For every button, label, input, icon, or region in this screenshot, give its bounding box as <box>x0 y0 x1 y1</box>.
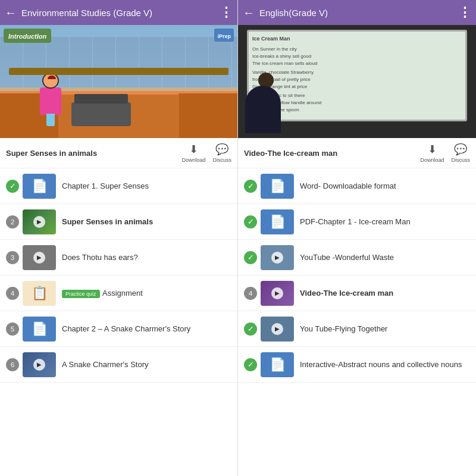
item-text-area: Interactive-Abstract nouns and collectiv… <box>300 359 470 370</box>
list-item[interactable]: ✓ ▶ YouTube -Wonderful Waste <box>238 240 476 275</box>
video-thumb: ▶ <box>23 352 56 377</box>
right-header-title: English(Grade V) <box>259 8 458 18</box>
right-video-banner[interactable]: Ice Cream Man On Sunner in the city Ice-… <box>238 25 476 138</box>
item-title: A Snake Charmer's Story <box>62 360 149 369</box>
item-number: 4 <box>6 287 19 300</box>
item-text-area: Does Thotu has ears? <box>62 252 231 263</box>
item-title: Chapter 1. Super Senses <box>62 181 149 190</box>
item-text-area: Chapter 2 – A Snake Charmer's Story <box>62 323 231 334</box>
list-item[interactable]: 2 ▶ Super Senses in animals <box>0 204 237 240</box>
item-title: YouTube -Wonderful Waste <box>300 253 394 262</box>
doc-icon: 📄 <box>32 321 48 337</box>
item-check-icon: ✓ <box>6 180 19 193</box>
item-text-area: PDF-Chapter 1 - Ice-cream Man <box>300 216 470 227</box>
item-title: Does Thotu has ears? <box>62 253 138 262</box>
item-thumbnail: 📄 <box>261 352 294 377</box>
item-thumbnail: ▶ <box>261 317 294 342</box>
left-back-button[interactable]: ← <box>5 6 17 20</box>
iprep-logo: iPrep <box>214 29 234 42</box>
item-title: Word- Downloadable format <box>300 181 396 190</box>
item-text-area: Practice quiz Assignment <box>62 287 231 299</box>
right-discuss-label: Discuss <box>451 157 470 163</box>
right-section-header: Video-The Ice-cream man ⬇ Download 💬 Dis… <box>238 138 476 168</box>
item-text-area: You Tube-Flying Together <box>300 323 470 334</box>
right-download-label: Download <box>420 157 444 163</box>
list-item[interactable]: ✓ 📄 PDF-Chapter 1 - Ice-cream Man <box>238 204 476 240</box>
item-thumbnail: ▶ <box>23 352 56 377</box>
right-section-title: Video-The Ice-cream man <box>244 149 420 158</box>
list-item[interactable]: ✓ ▶ You Tube-Flying Together <box>238 311 476 347</box>
left-discuss-button[interactable]: 💬 Discuss <box>212 143 231 163</box>
discuss-icon: 💬 <box>454 143 467 156</box>
list-item[interactable]: 3 ▶ Does Thotu has ears? <box>0 240 237 275</box>
right-back-button[interactable]: ← <box>243 6 255 20</box>
download-icon: ⬇ <box>428 143 437 156</box>
item-thumbnail: 📄 <box>261 209 294 234</box>
item-text-area: Super Senses in animals <box>62 216 231 227</box>
right-discuss-button[interactable]: 💬 Discuss <box>451 143 470 163</box>
practice-badge: Practice quiz <box>62 290 100 298</box>
list-item[interactable]: ✓ 📄 Chapter 1. Super Senses <box>0 168 237 204</box>
left-actions: ⬇ Download 💬 Discuss <box>181 143 231 163</box>
item-check-icon: ✓ <box>244 251 257 264</box>
doc-icon: 📄 <box>270 357 286 372</box>
item-number: 4 <box>244 287 257 300</box>
left-header-title: Environmental Studies (Grade V) <box>21 8 220 18</box>
right-actions: ⬇ Download 💬 Discuss <box>420 143 470 163</box>
item-number: 3 <box>6 251 19 264</box>
video-thumb: ▶ <box>23 245 56 270</box>
doc-thumb: 📄 <box>261 209 294 234</box>
item-thumbnail: ▶ <box>261 281 294 306</box>
list-item[interactable]: ✓ 📄 Interactive-Abstract nouns and colle… <box>238 347 476 383</box>
item-thumbnail: 📄 <box>261 174 294 199</box>
item-thumbnail: 📋 <box>23 281 56 306</box>
left-discuss-label: Discuss <box>212 157 231 163</box>
item-title: Interactive-Abstract nouns and collectiv… <box>300 360 462 369</box>
list-item[interactable]: ✓ 📄 Word- Downloadable format <box>238 168 476 204</box>
video-thumb: ▶ <box>261 281 294 306</box>
item-number: 2 <box>6 215 19 228</box>
item-thumbnail: ▶ <box>23 245 56 270</box>
right-download-button[interactable]: ⬇ Download <box>420 143 444 163</box>
left-more-button[interactable]: ⋮ <box>220 5 233 20</box>
play-icon: ▶ <box>271 252 283 264</box>
video-thumb: ▶ <box>23 209 56 234</box>
play-icon: ▶ <box>33 359 45 371</box>
item-text-area: A Snake Charmer's Story <box>62 359 231 370</box>
discuss-icon: 💬 <box>215 143 228 156</box>
item-text-area: Video-The Ice-cream man <box>300 287 470 299</box>
doc-icon: 📄 <box>270 178 286 194</box>
list-item[interactable]: 4 ▶ Video-The Ice-cream man <box>238 275 476 311</box>
left-download-label: Download <box>181 157 205 163</box>
item-title: Chapter 2 – A Snake Charmer's Story <box>62 324 190 333</box>
list-item[interactable]: 6 ▶ A Snake Charmer's Story <box>0 347 237 383</box>
right-header: ← English(Grade V) ⋮ <box>238 0 476 25</box>
item-title: PDF-Chapter 1 - Ice-cream Man <box>300 217 411 226</box>
play-icon: ▶ <box>33 252 45 264</box>
item-title: You Tube-Flying Together <box>300 324 387 333</box>
left-list: ✓ 📄 Chapter 1. Super Senses 2 ▶ Super Se… <box>0 168 237 476</box>
left-section-header: Super Senses in animals ⬇ Download 💬 Dis… <box>0 138 237 168</box>
left-section-title: Super Senses in animals <box>6 149 181 158</box>
quiz-icon: 📋 <box>32 286 48 301</box>
item-number: 6 <box>6 358 19 371</box>
doc-thumb: 📄 <box>23 317 56 342</box>
quiz-thumb: 📋 <box>23 281 56 306</box>
doc-thumb: 📄 <box>23 174 56 199</box>
doc-thumb: 📄 <box>261 174 294 199</box>
item-thumbnail: ▶ <box>261 245 294 270</box>
right-list: ✓ 📄 Word- Downloadable format ✓ 📄 PDF-Ch… <box>238 168 476 476</box>
left-panel: ← Environmental Studies (Grade V) ⋮ Int <box>0 0 238 476</box>
left-download-button[interactable]: ⬇ Download <box>181 143 205 163</box>
right-more-button[interactable]: ⋮ <box>458 5 471 20</box>
item-title: Video-The Ice-cream man <box>300 289 393 298</box>
item-title: Assignment <box>102 289 143 298</box>
left-video-banner[interactable]: IntroductIon iPrep <box>0 25 237 138</box>
right-panel: ← English(Grade V) ⋮ Ice Cream Man On Su… <box>238 0 476 476</box>
list-item[interactable]: 5 📄 Chapter 2 – A Snake Charmer's Story <box>0 311 237 347</box>
item-check-icon: ✓ <box>244 215 257 228</box>
list-item[interactable]: 4 📋 Practice quiz Assignment <box>0 275 237 311</box>
item-thumbnail: 📄 <box>23 317 56 342</box>
play-icon: ▶ <box>271 323 283 335</box>
intro-banner-text: IntroductIon <box>8 33 46 40</box>
